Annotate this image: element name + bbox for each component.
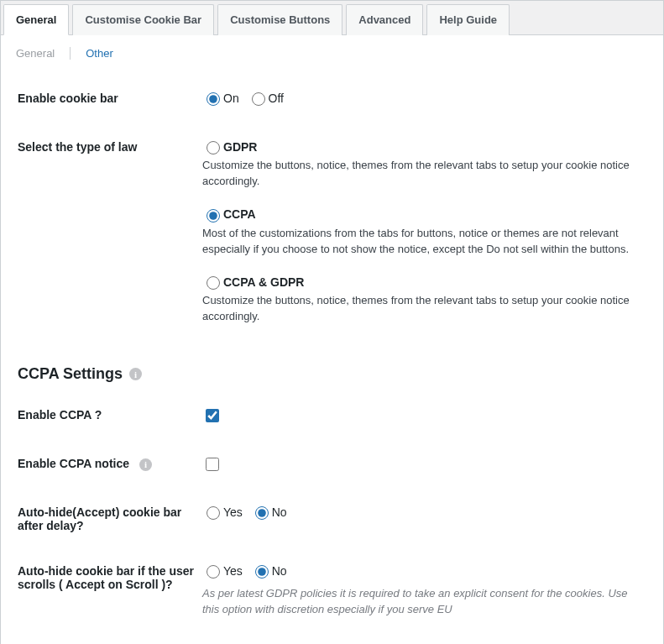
checkbox-enable-ccpa-notice[interactable] [206,458,219,471]
row-autohide-scroll: Auto-hide cookie bar if the user scrolls… [18,547,646,633]
subtab-general[interactable]: General [16,47,71,60]
hint-autohide-scroll: As per latest GDPR policies it is requir… [202,586,646,618]
radio-input-ahd-no[interactable] [255,506,269,520]
row-enable-ccpa: Enable CCPA ? [18,391,646,440]
radio-enable-cookie-bar-on[interactable]: On [202,90,239,106]
desc-ccpa: Most of the customizations from the tabs… [202,226,646,258]
label-text-enable-ccpa-notice: Enable CCPA notice [18,457,129,470]
option-both: CCPA & GDPR Customize the buttons, notic… [202,274,646,325]
control-autohide-scroll: Yes No As per latest GDPR policies it is… [202,563,646,618]
top-tab-row: General Customise Cookie Bar Customise B… [1,1,663,35]
control-enable-ccpa-notice [202,455,646,474]
heading-ccpa-settings: CCPA Settings i [18,365,646,383]
radio-autohide-delay-no[interactable]: No [251,504,287,520]
subtab-row: General Other [1,35,663,66]
tab-advanced[interactable]: Advanced [346,4,423,35]
radio-autohide-scroll-no[interactable]: No [251,563,287,579]
tab-customise-cookie-bar[interactable]: Customise Cookie Bar [72,4,214,35]
radio-autohide-scroll-yes[interactable]: Yes [202,563,243,579]
heading-text: CCPA Settings [18,365,123,383]
checkbox-enable-ccpa[interactable] [206,409,219,422]
radio-enable-cookie-bar-off[interactable]: Off [248,90,284,106]
row-enable-cookie-bar: Enable cookie bar On Off [18,75,646,123]
option-ccpa: CCPA Most of the customizations from the… [202,207,646,258]
radio-label-ahs-no: No [272,564,287,578]
info-icon[interactable]: i [139,458,152,471]
row-law-type: Select the type of law GDPR Customize th… [18,123,646,340]
option-gdpr: GDPR Customize the buttons, notice, them… [202,139,646,190]
radio-input-ecb-on[interactable] [207,92,220,106]
control-autohide-delay: Yes No [202,504,646,522]
form-body: Enable cookie bar On Off Select the type… [1,66,663,644]
radio-label-off: Off [269,92,284,105]
radio-label-ahs-yes: Yes [223,564,243,578]
label-autohide-scroll: Auto-hide cookie bar if the user scrolls… [18,563,202,591]
radio-input-ahd-yes[interactable] [207,506,220,520]
desc-both: Customize the buttons, notice, themes fr… [202,293,646,325]
label-autohide-delay: Auto-hide(Accept) cookie bar after delay… [18,504,202,532]
info-icon[interactable]: i [129,368,142,380]
radio-input-ahs-yes[interactable] [207,565,220,579]
radio-both[interactable] [207,276,220,290]
radio-label-both: CCPA & GDPR [223,275,304,289]
label-law-type: Select the type of law [18,139,202,154]
radio-input-ecb-off[interactable] [252,92,265,106]
radio-label-ahd-yes: Yes [223,505,243,519]
control-law-type: GDPR Customize the buttons, notice, them… [202,139,646,325]
radio-input-ahs-no[interactable] [255,565,269,579]
radio-label-gdpr: GDPR [223,140,257,154]
radio-label-ahd-no: No [272,505,287,519]
desc-gdpr: Customize the buttons, notice, themes fr… [202,158,646,190]
tab-customise-buttons[interactable]: Customise Buttons [217,4,342,35]
tab-general[interactable]: General [3,4,69,35]
tab-help-guide[interactable]: Help Guide [426,4,510,35]
settings-panel: General Customise Cookie Bar Customise B… [0,0,664,644]
radio-ccpa[interactable] [207,209,220,223]
control-enable-cookie-bar: On Off [202,90,646,108]
subtab-other[interactable]: Other [86,47,128,60]
radio-label-ccpa: CCPA [223,207,256,221]
radio-label-on: On [223,92,239,105]
radio-gdpr[interactable] [207,141,220,154]
row-enable-ccpa-notice: Enable CCPA notice i [18,440,646,489]
label-enable-cookie-bar: Enable cookie bar [18,90,202,105]
control-enable-ccpa [202,406,646,425]
label-enable-ccpa-notice: Enable CCPA notice i [18,455,202,471]
label-enable-ccpa: Enable CCPA ? [18,406,202,421]
radio-autohide-delay-yes[interactable]: Yes [202,504,243,520]
row-autohide-delay: Auto-hide(Accept) cookie bar after delay… [18,489,646,547]
